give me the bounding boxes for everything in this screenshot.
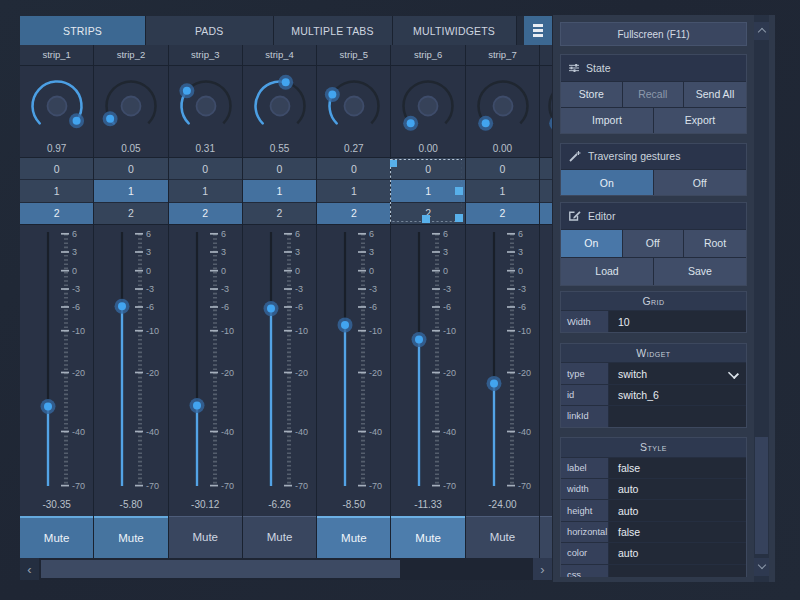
svg-text:3: 3: [369, 247, 374, 257]
svg-text:-3: -3: [369, 284, 377, 294]
svg-text:-10: -10: [518, 326, 531, 336]
svg-text:-20: -20: [221, 368, 234, 378]
svg-text:-10: -10: [72, 326, 85, 336]
svg-text:3: 3: [295, 247, 300, 257]
svg-text:-6: -6: [369, 302, 377, 312]
svg-text:-40: -40: [443, 427, 456, 437]
svg-text:-10: -10: [369, 326, 382, 336]
svg-text:6: 6: [72, 229, 77, 239]
svg-text:0: 0: [72, 266, 77, 276]
svg-text:-20: -20: [443, 368, 456, 378]
svg-text:-3: -3: [295, 284, 303, 294]
svg-text:0: 0: [295, 266, 300, 276]
svg-text:-70: -70: [369, 481, 382, 491]
svg-text:6: 6: [221, 229, 226, 239]
svg-text:-3: -3: [518, 284, 526, 294]
svg-text:-20: -20: [518, 368, 531, 378]
svg-text:-20: -20: [369, 368, 382, 378]
svg-text:6: 6: [146, 229, 151, 239]
svg-text:-3: -3: [72, 284, 80, 294]
svg-text:0: 0: [146, 266, 151, 276]
svg-text:-70: -70: [518, 481, 531, 491]
svg-text:-10: -10: [221, 326, 234, 336]
svg-text:-10: -10: [443, 326, 456, 336]
svg-text:-70: -70: [295, 481, 308, 491]
svg-text:-20: -20: [72, 368, 85, 378]
svg-text:-40: -40: [295, 427, 308, 437]
svg-text:6: 6: [443, 229, 448, 239]
svg-text:0: 0: [443, 266, 448, 276]
svg-text:-6: -6: [221, 302, 229, 312]
svg-text:3: 3: [518, 247, 523, 257]
svg-text:-70: -70: [443, 481, 456, 491]
svg-text:-40: -40: [369, 427, 382, 437]
svg-text:-70: -70: [221, 481, 234, 491]
svg-text:-40: -40: [518, 427, 531, 437]
svg-text:3: 3: [146, 247, 151, 257]
svg-text:-10: -10: [146, 326, 159, 336]
svg-text:-20: -20: [146, 368, 159, 378]
svg-text:-6: -6: [443, 302, 451, 312]
svg-text:-3: -3: [146, 284, 154, 294]
svg-text:-40: -40: [221, 427, 234, 437]
svg-text:-3: -3: [221, 284, 229, 294]
svg-text:-40: -40: [72, 427, 85, 437]
svg-text:3: 3: [221, 247, 226, 257]
svg-text:-20: -20: [295, 368, 308, 378]
svg-text:-6: -6: [146, 302, 154, 312]
svg-text:-10: -10: [295, 326, 308, 336]
svg-text:-6: -6: [295, 302, 303, 312]
svg-text:-70: -70: [72, 481, 85, 491]
svg-text:3: 3: [443, 247, 448, 257]
svg-text:0: 0: [369, 266, 374, 276]
svg-text:-3: -3: [443, 284, 451, 294]
svg-text:6: 6: [295, 229, 300, 239]
svg-text:-40: -40: [146, 427, 159, 437]
svg-text:0: 0: [518, 266, 523, 276]
svg-text:6: 6: [518, 229, 523, 239]
svg-text:3: 3: [72, 247, 77, 257]
svg-text:0: 0: [221, 266, 226, 276]
svg-text:-70: -70: [146, 481, 159, 491]
svg-text:-6: -6: [518, 302, 526, 312]
svg-text:6: 6: [369, 229, 374, 239]
svg-text:-6: -6: [72, 302, 80, 312]
